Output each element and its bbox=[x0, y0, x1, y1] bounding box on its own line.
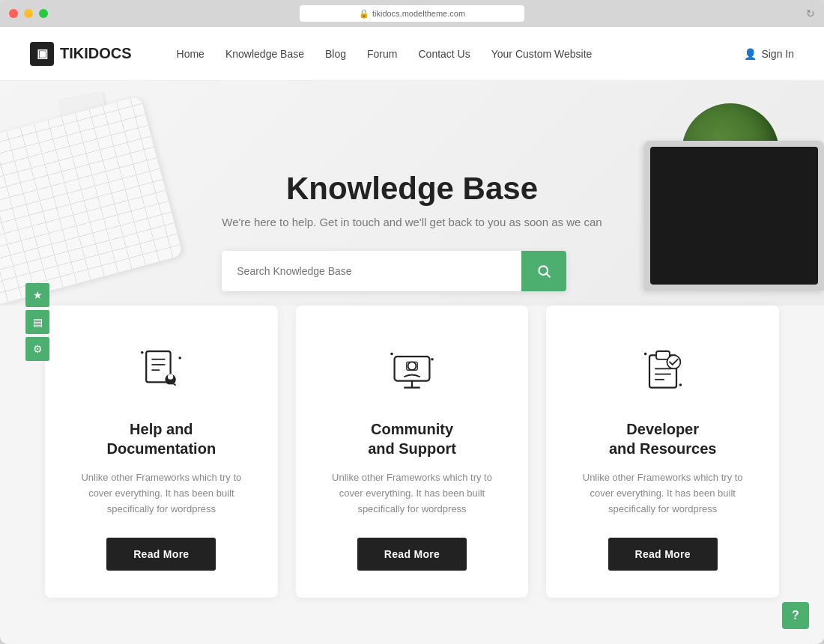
nav-knowledge-base[interactable]: Knowledge Base bbox=[225, 48, 304, 60]
sidebar-float: ★ ▤ ⚙ bbox=[25, 283, 49, 361]
maximize-dot[interactable] bbox=[39, 9, 48, 18]
card-developer: Developerand Resources Unlike other Fram… bbox=[546, 306, 779, 598]
navbar: ▣ TIKIDOCS Home Knowledge Base Blog Foru… bbox=[0, 27, 824, 81]
signin-label: Sign In bbox=[761, 48, 794, 60]
svg-line-1 bbox=[547, 273, 551, 277]
svg-point-6 bbox=[141, 351, 144, 354]
signin-icon: 👤 bbox=[744, 48, 757, 60]
card-community: Communityand Support Unlike other Framew… bbox=[296, 306, 529, 598]
search-bar bbox=[222, 251, 566, 291]
hero-subtitle: We're here to help. Get in touch and we'… bbox=[222, 216, 602, 228]
card-help-docs: Help andDocumentation Unlike other Frame… bbox=[45, 306, 278, 598]
svg-point-16 bbox=[390, 353, 393, 356]
community-title: Communityand Support bbox=[323, 419, 502, 458]
sidebar-bookmark[interactable]: ★ bbox=[25, 283, 49, 307]
help-docs-read-more[interactable]: Read More bbox=[106, 538, 216, 571]
hero-content: Knowledge Base We're here to help. Get i… bbox=[222, 171, 602, 291]
nav-contact-us[interactable]: Contact Us bbox=[418, 48, 470, 60]
hero-title: Knowledge Base bbox=[222, 171, 602, 207]
signin-link[interactable]: 👤 Sign In bbox=[744, 48, 794, 60]
developer-title: Developerand Resources bbox=[573, 419, 752, 458]
help-docs-icon bbox=[131, 341, 191, 401]
search-input[interactable] bbox=[222, 251, 521, 291]
search-button[interactable] bbox=[521, 251, 566, 291]
developer-desc: Unlike other Frameworks which try to cov… bbox=[573, 470, 752, 517]
svg-point-7 bbox=[179, 356, 182, 359]
svg-rect-11 bbox=[395, 356, 430, 380]
logo[interactable]: ▣ TIKIDOCS bbox=[30, 42, 132, 66]
svg-point-14 bbox=[408, 362, 416, 370]
svg-point-24 bbox=[643, 353, 646, 356]
svg-point-17 bbox=[431, 358, 434, 361]
nav-links: Home Knowledge Base Blog Forum Contact U… bbox=[177, 47, 593, 61]
community-icon bbox=[382, 341, 442, 401]
search-icon bbox=[536, 264, 551, 279]
nav-blog[interactable]: Blog bbox=[325, 48, 346, 60]
address-bar[interactable]: 🔒 tikidocs.modeltheme.com bbox=[300, 5, 524, 22]
nav-custom-website[interactable]: Your Custom Website bbox=[491, 48, 593, 60]
sidebar-settings[interactable]: ⚙ bbox=[25, 337, 49, 361]
minimize-dot[interactable] bbox=[24, 9, 33, 18]
developer-read-more[interactable]: Read More bbox=[608, 538, 718, 571]
close-dot[interactable] bbox=[9, 9, 18, 18]
browser-content: ▣ TIKIDOCS Home Knowledge Base Blog Foru… bbox=[0, 27, 824, 644]
svg-point-25 bbox=[679, 383, 682, 386]
community-read-more[interactable]: Read More bbox=[357, 538, 467, 571]
sidebar-list[interactable]: ▤ bbox=[25, 310, 49, 334]
url-text: tikidocs.modeltheme.com bbox=[372, 9, 465, 18]
nav-forum[interactable]: Forum bbox=[367, 48, 397, 60]
lock-icon: 🔒 bbox=[359, 9, 369, 19]
developer-icon bbox=[633, 341, 693, 401]
refresh-button[interactable]: ↻ bbox=[806, 7, 815, 19]
cards-section: Help andDocumentation Unlike other Frame… bbox=[0, 306, 824, 643]
svg-point-0 bbox=[539, 266, 548, 275]
laptop-decoration bbox=[644, 141, 824, 291]
help-docs-desc: Unlike other Frameworks which try to cov… bbox=[72, 470, 251, 517]
logo-text: TIKIDOCS bbox=[60, 45, 132, 62]
help-docs-title: Help andDocumentation bbox=[72, 419, 251, 458]
help-icon: ? bbox=[792, 609, 799, 622]
nav-home[interactable]: Home bbox=[177, 48, 205, 60]
help-button[interactable]: ? bbox=[782, 602, 809, 629]
svg-point-10 bbox=[168, 374, 173, 380]
community-desc: Unlike other Frameworks which try to cov… bbox=[323, 470, 502, 517]
logo-icon: ▣ bbox=[30, 42, 54, 66]
browser-titlebar: 🔒 tikidocs.modeltheme.com ↻ bbox=[0, 0, 824, 27]
